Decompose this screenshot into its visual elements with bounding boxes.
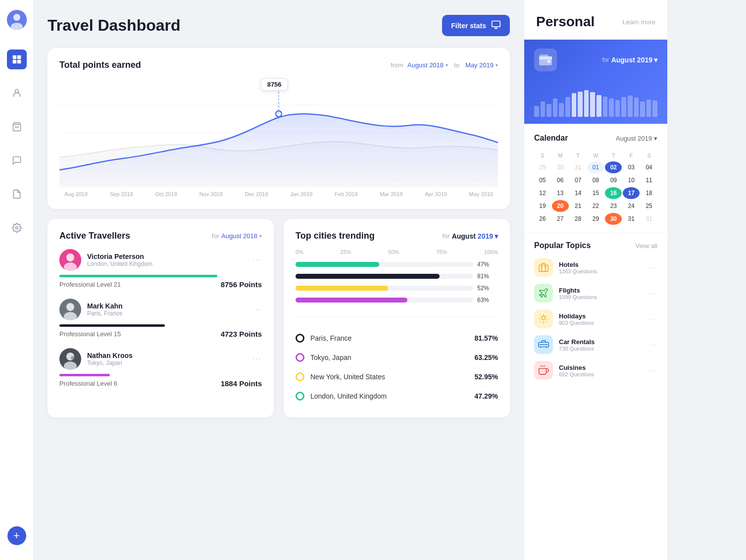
bar-pct: 52% bbox=[477, 285, 498, 292]
traveller-more-button[interactable]: ··· bbox=[252, 355, 262, 363]
cal-day-orange[interactable]: 30 bbox=[605, 213, 622, 225]
from-date-select[interactable]: August 2018 ▾ bbox=[407, 61, 448, 69]
cal-day-orange[interactable]: 20 bbox=[552, 200, 569, 212]
cal-day[interactable]: 18 bbox=[641, 187, 657, 199]
traveller-info: Mark Kahn Paris, France ··· bbox=[59, 299, 262, 320]
cal-day[interactable]: 31 bbox=[641, 213, 657, 225]
blue-chart-section: for August 2019 ▾ bbox=[524, 40, 667, 124]
mini-bar bbox=[541, 102, 546, 117]
cal-day[interactable]: 05 bbox=[534, 174, 551, 186]
topic-item: Holidays 903 Questions ··· bbox=[534, 309, 657, 328]
city-pct: 63.25% bbox=[475, 354, 498, 361]
cal-day[interactable]: 24 bbox=[623, 200, 640, 212]
add-button[interactable]: + bbox=[7, 526, 26, 545]
cal-day[interactable]: 30 bbox=[552, 161, 569, 173]
traveller-location: Tokyo, Japan bbox=[87, 359, 133, 366]
avatar[interactable] bbox=[7, 10, 27, 30]
bar-row: 52% bbox=[296, 285, 498, 292]
cal-day[interactable]: 23 bbox=[605, 200, 622, 212]
filter-stats-button[interactable]: Filter stats bbox=[442, 15, 510, 36]
sidebar-item-profile[interactable] bbox=[7, 83, 27, 103]
cal-day[interactable]: 04 bbox=[641, 161, 657, 173]
cal-day[interactable]: 07 bbox=[570, 174, 587, 186]
mini-bar bbox=[652, 101, 657, 117]
cal-day[interactable]: 29 bbox=[588, 213, 604, 225]
city-dot bbox=[296, 392, 304, 401]
cal-day[interactable]: 29 bbox=[534, 161, 551, 173]
x-label-9: May 2019 bbox=[469, 191, 493, 197]
cal-day[interactable]: 15 bbox=[588, 187, 604, 199]
cal-day-today[interactable]: 17 bbox=[623, 187, 640, 199]
cal-day[interactable]: 12 bbox=[534, 187, 551, 199]
cal-day-today[interactable]: 02 bbox=[605, 161, 622, 173]
cities-for-label: for bbox=[442, 232, 449, 240]
cal-day[interactable]: 22 bbox=[588, 200, 604, 212]
view-all-link[interactable]: View all bbox=[635, 242, 657, 250]
cal-day[interactable]: 06 bbox=[552, 174, 569, 186]
sidebar-item-settings[interactable] bbox=[7, 218, 27, 238]
cities-year-select[interactable]: 2019 ▾ bbox=[478, 232, 498, 240]
cal-day[interactable]: 31 bbox=[623, 213, 640, 225]
mini-bar bbox=[615, 100, 620, 117]
travellers-for-label: for bbox=[212, 232, 219, 240]
travellers-month-select[interactable]: August 2018 ▾ bbox=[221, 232, 262, 240]
svg-rect-5 bbox=[12, 60, 16, 63]
traveller-points: 8756 Points bbox=[221, 280, 262, 289]
sidebar-item-cart[interactable] bbox=[7, 117, 27, 137]
cal-day[interactable]: 19 bbox=[534, 200, 551, 212]
mini-bar bbox=[547, 104, 551, 117]
blue-year-select[interactable]: 2019 ▾ bbox=[637, 56, 657, 64]
chart-card-header: Total points earned from August 2018 ▾ t… bbox=[59, 60, 498, 70]
calendar-month-select[interactable]: August 2019 ▾ bbox=[616, 135, 657, 142]
to-date-select[interactable]: May 2019 ▾ bbox=[465, 61, 498, 69]
topic-more-button[interactable]: ··· bbox=[650, 366, 657, 374]
sidebar-item-messages[interactable] bbox=[7, 151, 27, 170]
cal-day[interactable]: 31 bbox=[570, 161, 587, 173]
cal-day[interactable]: 28 bbox=[570, 213, 587, 225]
topic-more-button[interactable]: ··· bbox=[650, 315, 657, 323]
mini-bar bbox=[572, 93, 577, 117]
cal-day[interactable]: 01 bbox=[588, 161, 604, 173]
calendar-grid: S M T W T F S 29 30 31 01 02 03 04 05 06… bbox=[534, 151, 657, 225]
cal-day[interactable]: 03 bbox=[623, 161, 640, 173]
svg-point-7 bbox=[15, 90, 18, 93]
cal-day-teal[interactable]: 16 bbox=[605, 187, 622, 199]
cal-day[interactable]: 27 bbox=[552, 213, 569, 225]
city-dot bbox=[296, 353, 304, 362]
from-arrow-icon: ▾ bbox=[446, 62, 448, 68]
sidebar-item-documents[interactable] bbox=[7, 184, 27, 204]
traveller-more-button[interactable]: ··· bbox=[252, 305, 262, 314]
cal-day[interactable]: 14 bbox=[570, 187, 587, 199]
mini-bar bbox=[590, 92, 595, 117]
svg-point-34 bbox=[542, 316, 545, 320]
right-panel: Personal Learn more for August 2019 ▾ bbox=[524, 0, 667, 560]
traveller-more-button[interactable]: ··· bbox=[252, 255, 262, 264]
topic-questions: 903 Questions bbox=[559, 320, 644, 326]
topic-more-button[interactable]: ··· bbox=[650, 263, 657, 271]
calendar-arrow-icon: ▾ bbox=[654, 135, 657, 142]
traveller-info: Victoria Peterson London, United Kingdom… bbox=[59, 249, 262, 271]
cal-day[interactable]: 26 bbox=[534, 213, 551, 225]
cal-day[interactable]: 11 bbox=[641, 174, 657, 186]
svg-point-32 bbox=[547, 60, 550, 63]
traveller-details: Mark Kahn Paris, France bbox=[87, 302, 123, 317]
cal-day-header: W bbox=[588, 151, 604, 160]
bar-fill bbox=[296, 274, 440, 279]
cal-day[interactable]: 10 bbox=[623, 174, 640, 186]
sidebar-item-dashboard[interactable] bbox=[7, 50, 27, 69]
city-left: Tokyo, Japan bbox=[296, 353, 351, 362]
total-points-card: Total points earned from August 2018 ▾ t… bbox=[48, 48, 510, 209]
cal-day[interactable]: 09 bbox=[605, 174, 622, 186]
bar-fill bbox=[296, 298, 407, 303]
topic-more-button[interactable]: ··· bbox=[650, 289, 657, 297]
cal-day[interactable]: 21 bbox=[570, 200, 587, 212]
cal-day[interactable]: 25 bbox=[641, 200, 657, 212]
topic-name: Car Rentals bbox=[559, 338, 644, 346]
cal-day[interactable]: 13 bbox=[552, 187, 569, 199]
traveller-left: Victoria Peterson London, United Kingdom bbox=[59, 249, 152, 271]
cal-day[interactable]: 08 bbox=[588, 174, 604, 186]
learn-more-link[interactable]: Learn more bbox=[623, 18, 655, 26]
topic-more-button[interactable]: ··· bbox=[650, 341, 657, 349]
topics-section: Popular Topics View all Hotels 1363 Ques… bbox=[524, 233, 667, 560]
cal-day-header: F bbox=[623, 151, 640, 160]
